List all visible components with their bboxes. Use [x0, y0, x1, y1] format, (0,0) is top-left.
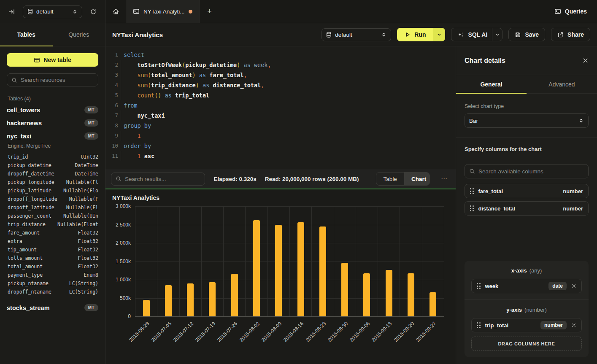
view-toggle-table[interactable]: Table [376, 173, 404, 185]
database-icon [326, 32, 332, 38]
column-name: tolls_amount [8, 255, 43, 261]
tab-nytaxi-analytics[interactable]: NYTaxi Analyti... [126, 0, 200, 23]
bar[interactable] [386, 270, 392, 316]
chart-type-selector[interactable]: Bar [465, 113, 589, 128]
x-axis-tick-label: 2015-08-09 [260, 321, 283, 343]
x-axis-section: x-axis(any)weekdate [465, 261, 589, 299]
more-options-icon[interactable]: ⋯ [438, 173, 450, 184]
dot [470, 191, 471, 192]
bar[interactable] [253, 220, 260, 316]
x-axis-tick-label: 2015-07-26 [216, 321, 238, 343]
bar[interactable] [231, 274, 238, 316]
column-type: Nullable(F [69, 196, 98, 202]
sql-editor[interactable]: 1select2 toStartOfWeek(pickup_datetime) … [105, 46, 456, 169]
bar[interactable] [430, 292, 436, 316]
chart-category: 2015-07-12 [179, 206, 201, 316]
drag-handle-icon[interactable] [477, 283, 481, 289]
home-icon [112, 8, 119, 15]
bar[interactable] [319, 226, 326, 316]
bar[interactable] [165, 285, 172, 316]
sidebar-search[interactable] [7, 73, 98, 86]
remove-icon[interactable] [571, 283, 576, 289]
axis-column-chip[interactable]: weekdate [471, 279, 582, 293]
table-list-item[interactable]: cell_towersMT [7, 103, 98, 116]
bar[interactable] [275, 225, 282, 316]
dot [479, 327, 481, 328]
collapse-sidebar-icon[interactable] [6, 6, 18, 18]
run-button[interactable]: Run [397, 28, 433, 41]
chart-category: 2015-07-19 [201, 206, 223, 316]
new-table-button[interactable]: New table [7, 53, 98, 67]
bar[interactable] [297, 222, 304, 316]
unsaved-dot [189, 10, 192, 13]
bar[interactable] [143, 300, 150, 316]
share-button[interactable]: Share [551, 28, 590, 41]
tab-general[interactable]: General [456, 75, 527, 93]
drag-handle-icon[interactable] [477, 322, 481, 328]
home-button[interactable] [105, 0, 126, 23]
available-columns-list: fare_totalnumberdistance_totalnumber [465, 184, 589, 216]
code-line: 3 sum(total_amount) as fare_total, [105, 70, 456, 80]
dot [477, 288, 478, 289]
column-name: payment_type [8, 272, 43, 278]
token [124, 112, 138, 119]
bar[interactable] [341, 263, 348, 316]
column-name: dropoff_latitude [8, 205, 54, 210]
sidebar-search-input[interactable] [21, 77, 95, 83]
available-column-chip[interactable]: distance_totalnumber [465, 201, 589, 216]
table-list-item[interactable]: stocks_streamMT [7, 301, 98, 314]
database-selector[interactable]: default [23, 5, 82, 18]
token: as [244, 62, 251, 68]
axis-column-chip[interactable]: trip_totalnumber [471, 318, 582, 332]
token [124, 62, 138, 68]
play-icon [405, 32, 411, 38]
table-name: nyc_taxi [7, 133, 31, 140]
axis-chip-type-badge: number [540, 321, 567, 329]
drag-columns-drop-zone[interactable]: DRAG COLUMNS HERE [471, 337, 582, 351]
tab-advanced[interactable]: Advanced [527, 75, 597, 93]
queries-button[interactable]: Queries [544, 0, 597, 23]
column-name: trip_id [8, 154, 28, 160]
run-options-button[interactable] [433, 28, 445, 41]
token: as [199, 72, 206, 78]
line-number: 8 [105, 121, 118, 131]
dot [473, 191, 474, 192]
results-search-input[interactable] [125, 176, 200, 182]
sidebar-tab-tables[interactable]: Tables [0, 23, 53, 46]
view-toggle-chart[interactable]: Chart [404, 173, 430, 185]
x-axis-tick-label: 2015-09-27 [415, 321, 437, 343]
close-icon[interactable] [582, 57, 589, 64]
column-type: Nullable(Fl [66, 179, 98, 185]
drag-handle-icon[interactable] [470, 188, 474, 194]
columns-search[interactable] [465, 164, 589, 178]
axis-chip-name: trip_total [485, 322, 536, 329]
results-search[interactable] [111, 173, 205, 186]
save-button[interactable]: Save [508, 28, 545, 41]
available-column-chip[interactable]: fare_totalnumber [465, 184, 589, 198]
columns-search-input[interactable] [478, 168, 584, 175]
table-column-row: tolls_amountFloat32 [7, 254, 98, 262]
run-database-selector[interactable]: default [321, 28, 391, 41]
tab-strip: NYTaxi Analyti... + Queries [105, 0, 597, 23]
refresh-icon[interactable] [87, 6, 99, 18]
chart-categories: 2015-06-282015-07-052015-07-122015-07-19… [135, 206, 444, 316]
bar[interactable] [209, 282, 216, 316]
new-tab-button[interactable]: + [200, 0, 220, 23]
sidebar-tab-queries[interactable]: Queries [53, 23, 105, 46]
token: nyc_taxi [138, 112, 165, 119]
bar[interactable] [363, 273, 370, 316]
column-type: DateTime [75, 171, 98, 177]
drag-handle-icon[interactable] [470, 205, 474, 211]
bar[interactable] [187, 283, 194, 316]
table-list-item[interactable]: hackernewsMT [7, 116, 98, 129]
line-number: 10 [105, 141, 118, 151]
remove-icon[interactable] [571, 323, 576, 328]
axis-label: y-axis [506, 307, 522, 313]
chart-category: 2015-09-13 [378, 206, 400, 316]
table-list-item[interactable]: nyc_taxiMT [7, 129, 98, 143]
sql-ai-button[interactable]: SQL AI [451, 28, 502, 41]
sql-ai-options-button[interactable] [492, 28, 502, 41]
axis-type-hint: (any) [529, 267, 542, 274]
sql-ai-label: SQL AI [468, 31, 487, 38]
bar[interactable] [408, 273, 414, 316]
